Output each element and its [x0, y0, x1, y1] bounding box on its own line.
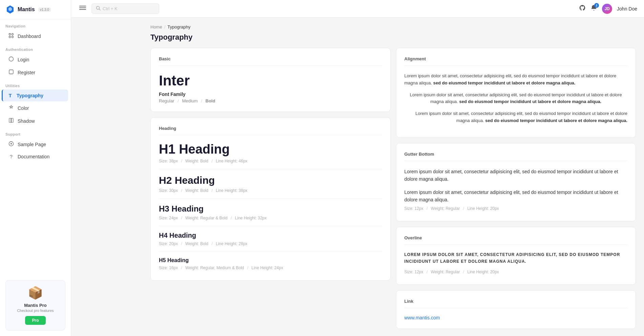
search-box[interactable]: Ctrl + K: [91, 3, 159, 14]
search-icon: [96, 6, 101, 12]
breadcrumb: Home / Typography: [150, 24, 636, 29]
gutter-para2: Lorem ipsum dolor sit amet, consectetur …: [404, 189, 628, 204]
hamburger-button[interactable]: [78, 3, 87, 14]
typography-label: Typography: [17, 93, 43, 98]
h5-heading: H5 Heading: [159, 257, 382, 263]
link-card-title: Link: [404, 299, 628, 308]
h5-meta: Size: 16px / Weight: Regular, Medium & B…: [159, 265, 382, 270]
brand-name: Mantis: [18, 6, 35, 13]
login-label: Login: [18, 57, 29, 62]
svg-rect-14: [79, 9, 86, 10]
gutter-bottom-title: Gutter Bottom: [404, 152, 628, 161]
sidebar-item-documentation[interactable]: ? Documentation: [3, 151, 68, 162]
gutter-para1: Lorem ipsum dolor sit amet, consectetur …: [404, 168, 628, 183]
content-grid: Basic Inter Font Family Regular / Medium…: [150, 48, 636, 329]
variant-bold: Bold: [206, 98, 215, 103]
sidebar-item-color[interactable]: Color: [3, 102, 68, 114]
main-content: Home / Typography Typography Basic Inter…: [142, 18, 644, 336]
pro-card-subtitle: Checkout pro features: [11, 309, 60, 313]
svg-point-5: [12, 36, 14, 38]
breadcrumb-current: Typography: [167, 24, 190, 29]
overline-card: Overline LOREM IPSUM DOLOR SIT AMET, CON…: [396, 227, 636, 284]
svg-line-16: [99, 9, 101, 11]
utilities-section: Utilities T Typography Color Shadow: [0, 79, 71, 127]
auth-section: Authentication Login Register: [0, 43, 71, 79]
dashboard-label: Dashboard: [18, 34, 41, 39]
h4-meta: Size: 20px / Weight: Bold / Line Height:…: [159, 241, 382, 246]
overline-text: LOREM IPSUM DOLOR SIT AMET, CONSECTETUR …: [404, 252, 628, 264]
variant-regular: Regular: [159, 98, 174, 103]
login-icon: [8, 56, 14, 63]
font-family-label: Font Family: [159, 92, 382, 97]
notifications-button[interactable]: 2: [590, 4, 597, 13]
section-label-auth: Authentication: [0, 43, 71, 53]
sidebar: Mantis v1.3.0 Navigation Dashboard Authe…: [0, 0, 71, 336]
mantis-logo: [5, 5, 15, 14]
sample-page-icon: [8, 141, 14, 147]
brand-version: v1.3.0: [38, 7, 51, 12]
color-label: Color: [18, 105, 29, 111]
svg-rect-13: [79, 7, 86, 8]
color-icon: [8, 105, 14, 111]
shadow-icon: [8, 118, 14, 124]
topbar-actions: 2 JD John Doe: [579, 4, 637, 14]
sidebar-item-shadow[interactable]: Shadow: [3, 115, 68, 127]
sidebar-item-typography[interactable]: T Typography: [2, 90, 68, 101]
documentation-icon: ?: [8, 154, 14, 159]
align-right-para: Lorem ipsum dolor sit amet, consectetur …: [404, 110, 628, 124]
page-title: Typography: [150, 33, 636, 42]
pro-card-name: Mantis Pro: [11, 303, 60, 308]
svg-point-6: [9, 57, 14, 61]
svg-rect-12: [79, 6, 86, 6]
basic-card: Basic Inter Font Family Regular / Medium…: [150, 48, 391, 112]
sidebar-item-login[interactable]: Login: [3, 53, 68, 66]
shadow-label: Shadow: [18, 118, 35, 124]
breadcrumb-separator: /: [164, 24, 166, 29]
notification-badge: 2: [594, 3, 599, 8]
avatar[interactable]: JD: [602, 4, 612, 14]
svg-rect-8: [9, 118, 12, 122]
h4-heading: H4 Heading: [159, 232, 382, 239]
svg-rect-7: [9, 70, 13, 74]
right-column: Alignment Lorem ipsum dolor sit amet, co…: [396, 48, 636, 329]
register-icon: [8, 69, 14, 76]
link-url[interactable]: www.mantis.com: [404, 315, 440, 320]
section-label-utilities: Utilities: [0, 79, 71, 89]
section-label-support: Support: [0, 127, 71, 138]
breadcrumb-home[interactable]: Home: [150, 24, 162, 29]
alignment-card-title: Alignment: [404, 56, 628, 66]
basic-card-title: Basic: [159, 56, 382, 66]
svg-point-3: [12, 34, 14, 35]
gutter-meta: Size: 12px / Weight: Regular / Line Heig…: [404, 206, 628, 211]
svg-rect-9: [11, 118, 13, 122]
h1-meta: Size: 38px / Weight: Bold / Line Height:…: [159, 159, 382, 163]
pro-card: 📦 Mantis Pro Checkout pro features Pro: [5, 280, 65, 331]
sidebar-item-register[interactable]: Register: [3, 66, 68, 79]
font-variants: Regular / Medium / Bold: [159, 98, 382, 103]
sample-page-label: Sample Page: [18, 142, 46, 147]
h1-heading: H1 Heading: [159, 142, 382, 157]
pro-card-button[interactable]: Pro: [25, 316, 45, 325]
register-label: Register: [18, 70, 35, 75]
sidebar-item-sample-page[interactable]: Sample Page: [3, 138, 68, 151]
support-section: Support Sample Page ? Documentation: [0, 127, 71, 163]
username[interactable]: John Doe: [617, 6, 637, 12]
h2-meta: Size: 30px / Weight: Bold / Line Height:…: [159, 188, 382, 193]
sidebar-header: Mantis v1.3.0: [0, 0, 71, 19]
gutter-bottom-card: Gutter Bottom Lorem ipsum dolor sit amet…: [396, 143, 636, 222]
dashboard-icon: [8, 33, 14, 39]
heading-card-title: Heading: [159, 126, 382, 135]
heading-card: Heading H1 Heading Size: 38px / Weight: …: [150, 117, 391, 281]
sidebar-item-dashboard[interactable]: Dashboard: [3, 30, 68, 42]
align-center-para: Lorem ipsum dolor sit amet, consectetur …: [404, 92, 628, 106]
svg-point-4: [9, 36, 11, 38]
h3-heading: H3 Heading: [159, 204, 382, 214]
typography-icon: T: [7, 93, 13, 98]
github-button[interactable]: [579, 4, 586, 13]
documentation-label: Documentation: [18, 154, 49, 159]
pro-card-icon: 📦: [11, 286, 60, 300]
link-card: Link www.mantis.com: [396, 290, 636, 329]
overline-meta: Size: 12px / Weight: Regular / Line Heig…: [404, 270, 628, 274]
font-name: Inter: [159, 73, 382, 89]
svg-point-11: [11, 143, 12, 144]
